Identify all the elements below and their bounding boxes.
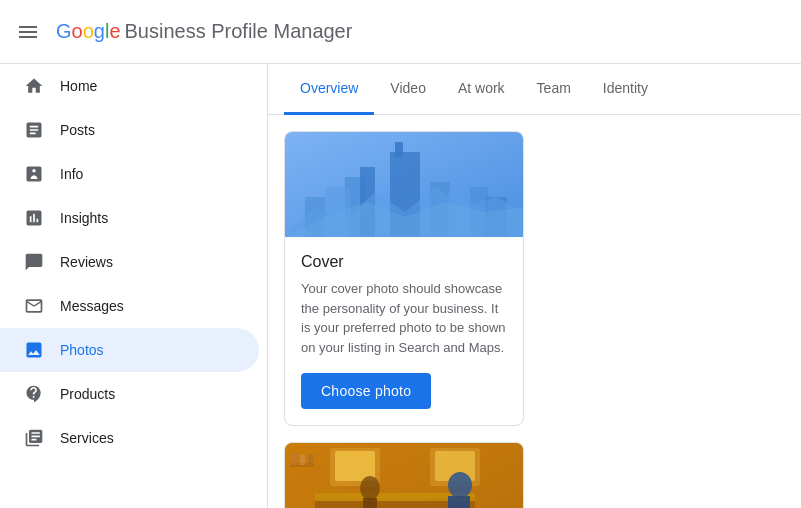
sidebar-item-reviews[interactable]: Reviews xyxy=(0,240,259,284)
main-content: Overview Video At work Team Identity xyxy=(268,64,801,508)
tab-identity[interactable]: Identity xyxy=(587,64,664,115)
logo-o2: o xyxy=(83,20,94,43)
svg-rect-27 xyxy=(300,455,305,465)
sidebar-services-label: Services xyxy=(60,430,114,446)
sidebar-insights-label: Insights xyxy=(60,210,108,226)
sidebar-item-insights[interactable]: Insights xyxy=(0,196,259,240)
logo-g2: g xyxy=(94,20,105,43)
info-icon xyxy=(24,164,44,184)
logo-g: G xyxy=(56,20,72,43)
svg-rect-24 xyxy=(448,496,470,508)
logo-e: e xyxy=(109,20,120,43)
svg-rect-28 xyxy=(308,454,313,465)
sidebar-item-home[interactable]: Home xyxy=(0,64,259,108)
choose-photo-button[interactable]: Choose photo xyxy=(301,373,431,409)
tab-video[interactable]: Video xyxy=(374,64,442,115)
sidebar-item-services[interactable]: Services xyxy=(0,416,259,460)
cover-card-title: Cover xyxy=(301,253,507,271)
sidebar-item-info[interactable]: Info xyxy=(0,152,259,196)
cover-card: Cover Your cover photo should showcase t… xyxy=(284,131,524,426)
photos-icon xyxy=(24,340,44,360)
sidebar-info-label: Info xyxy=(60,166,83,182)
sidebar-item-messages[interactable]: Messages xyxy=(0,284,259,328)
cover-card-description: Your cover photo should showcase the per… xyxy=(301,279,507,357)
sidebar: Home Posts Info Insights xyxy=(0,64,268,508)
products-icon xyxy=(24,384,44,404)
main-layout: Home Posts Info Insights xyxy=(0,64,801,508)
sidebar-item-photos[interactable]: Photos xyxy=(0,328,259,372)
svg-rect-26 xyxy=(292,453,297,465)
sidebar-item-posts[interactable]: Posts xyxy=(0,108,259,152)
svg-rect-22 xyxy=(363,498,377,508)
svg-rect-2 xyxy=(395,142,403,157)
photo-cards: Cover Your cover photo should showcase t… xyxy=(268,115,801,508)
menu-icon[interactable] xyxy=(16,20,40,44)
sidebar-home-label: Home xyxy=(60,78,97,94)
insights-icon xyxy=(24,208,44,228)
google-logo: Google xyxy=(56,20,121,43)
services-icon xyxy=(24,428,44,448)
posts-icon xyxy=(24,120,44,140)
svg-point-21 xyxy=(360,476,380,500)
tab-overview[interactable]: Overview xyxy=(284,64,374,115)
tab-at-work[interactable]: At work xyxy=(442,64,521,115)
app-title: Business Profile Manager xyxy=(125,20,353,43)
app-header: Google Business Profile Manager xyxy=(0,0,801,64)
cover-card-image xyxy=(285,132,523,237)
video-card: Video Use a video to tell the story of y… xyxy=(284,442,524,508)
svg-point-23 xyxy=(448,472,472,498)
photo-tabs: Overview Video At work Team Identity xyxy=(268,64,801,115)
home-icon xyxy=(24,76,44,96)
logo-o1: o xyxy=(72,20,83,43)
sidebar-photos-label: Photos xyxy=(60,342,104,358)
sidebar-posts-label: Posts xyxy=(60,122,95,138)
sidebar-messages-label: Messages xyxy=(60,298,124,314)
reviews-icon xyxy=(24,252,44,272)
sidebar-products-label: Products xyxy=(60,386,115,402)
tab-team[interactable]: Team xyxy=(521,64,587,115)
sidebar-item-products[interactable]: Products xyxy=(0,372,259,416)
sidebar-reviews-label: Reviews xyxy=(60,254,113,270)
video-card-image xyxy=(285,443,523,508)
cover-card-body: Cover Your cover photo should showcase t… xyxy=(285,237,523,425)
messages-icon xyxy=(24,296,44,316)
